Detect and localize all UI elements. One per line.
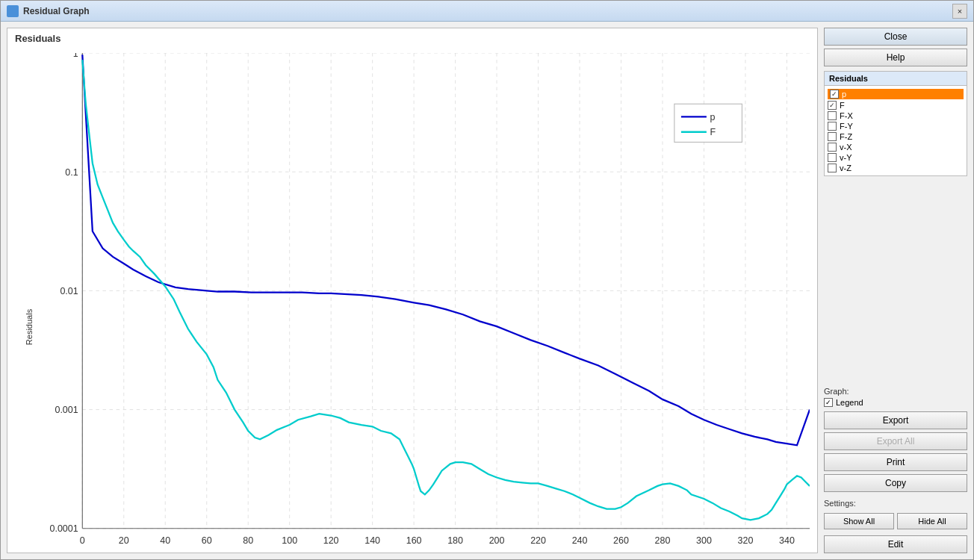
graph-panel: Residuals Residuals Iterations 1 0.1 0.0…: [7, 28, 818, 553]
svg-text:300: 300: [696, 535, 712, 546]
spacer: [824, 181, 973, 379]
svg-text:0.01: 0.01: [60, 286, 78, 296]
action-buttons: Export Export All Print Copy: [824, 411, 967, 492]
svg-text:120: 120: [323, 535, 339, 546]
print-button[interactable]: Print: [824, 453, 967, 471]
residual-checkbox-f[interactable]: [828, 101, 837, 110]
svg-text:p: p: [710, 112, 715, 122]
window-close-button[interactable]: ×: [952, 4, 967, 19]
residual-item-vy[interactable]: v-Y: [828, 153, 964, 162]
svg-text:0.1: 0.1: [65, 167, 78, 178]
svg-text:260: 260: [613, 535, 629, 546]
chart-svg: 1 0.1 0.01 0.001 0.0001 0 20: [49, 53, 810, 559]
svg-text:20: 20: [119, 535, 129, 546]
graph-title: Residuals: [7, 28, 817, 46]
svg-text:180: 180: [447, 535, 463, 546]
residual-label-p: p: [842, 90, 846, 99]
residual-label-fy: F-Y: [840, 122, 853, 131]
top-buttons: Close Help: [824, 28, 967, 66]
svg-text:140: 140: [365, 535, 380, 546]
svg-text:100: 100: [282, 535, 297, 546]
graph-section-label: Graph:: [824, 387, 967, 396]
residual-color-p: [852, 90, 961, 98]
residual-label-fx: F-X: [840, 111, 853, 120]
residual-checkbox-p[interactable]: [830, 90, 839, 99]
residual-label-fz: F-Z: [840, 132, 852, 141]
svg-text:240: 240: [572, 535, 588, 546]
residual-label-f: F: [840, 101, 845, 110]
svg-text:340: 340: [779, 535, 795, 546]
svg-text:0.0001: 0.0001: [50, 523, 78, 534]
residuals-list: p F F-X F-Y: [825, 86, 967, 175]
residual-label-vx: v-X: [840, 143, 852, 152]
residual-checkbox-fx[interactable]: [828, 111, 837, 120]
svg-text:1: 1: [73, 53, 78, 59]
close-button[interactable]: Close: [824, 28, 967, 46]
residual-label-vy: v-Y: [840, 153, 852, 162]
residual-item-fz[interactable]: F-Z: [828, 132, 964, 141]
svg-text:320: 320: [738, 535, 754, 546]
window-icon: [7, 5, 19, 17]
residual-item-p[interactable]: p: [828, 89, 964, 99]
hide-all-button[interactable]: Hide All: [897, 513, 967, 529]
legend-checkbox-row[interactable]: ✓ Legend: [824, 398, 967, 407]
svg-text:280: 280: [655, 535, 671, 546]
residual-label-vz: v-Z: [840, 164, 852, 172]
right-panel: Close Help Residuals p F: [824, 22, 973, 559]
residual-checkbox-vx[interactable]: [828, 143, 837, 152]
show-hide-row: Show All Hide All: [824, 513, 967, 529]
residual-checkbox-vy[interactable]: [828, 153, 837, 162]
legend-label: Legend: [836, 398, 863, 407]
svg-text:60: 60: [202, 535, 212, 546]
help-button[interactable]: Help: [824, 49, 967, 66]
residual-checkbox-vz[interactable]: [828, 164, 837, 172]
export-all-button[interactable]: Export All: [824, 432, 967, 450]
svg-rect-48: [674, 104, 742, 142]
export-button[interactable]: Export: [824, 411, 967, 429]
window-title: Residual Graph: [23, 6, 90, 16]
graph-container: Residuals Iterations 1 0.1 0.01 0.001 0.…: [7, 46, 817, 559]
copy-button[interactable]: Copy: [824, 474, 967, 492]
edit-section: Edit: [824, 535, 967, 553]
settings-label: Settings:: [824, 499, 856, 508]
residuals-section: Residuals p F F: [824, 71, 967, 176]
graph-settings: Graph: ✓ Legend: [824, 384, 967, 407]
residuals-panel-header: Residuals: [825, 72, 967, 86]
svg-text:220: 220: [530, 535, 546, 546]
svg-text:80: 80: [243, 535, 253, 546]
svg-text:0.001: 0.001: [55, 405, 78, 415]
residual-item-vx[interactable]: v-X: [828, 143, 964, 152]
residual-checkbox-fz[interactable]: [828, 132, 837, 141]
residual-item-fy[interactable]: F-Y: [828, 122, 964, 131]
residual-item-f[interactable]: F: [828, 101, 964, 110]
svg-text:F: F: [710, 127, 716, 137]
title-bar: Residual Graph ×: [1, 1, 973, 22]
svg-text:200: 200: [489, 535, 505, 546]
show-all-button[interactable]: Show All: [824, 513, 894, 529]
main-window: Residual Graph × Residuals Residuals Ite…: [0, 0, 974, 560]
svg-text:40: 40: [160, 535, 170, 546]
edit-button[interactable]: Edit: [824, 535, 967, 553]
content-area: Residuals Residuals Iterations 1 0.1 0.0…: [1, 22, 973, 559]
residual-item-vz[interactable]: v-Z: [828, 164, 964, 172]
svg-text:0: 0: [80, 535, 85, 546]
settings-section: Settings:: [824, 498, 967, 508]
y-axis-label: Residuals: [25, 309, 34, 345]
svg-text:160: 160: [406, 535, 422, 546]
legend-checkbox[interactable]: ✓: [824, 398, 833, 407]
residual-item-fx[interactable]: F-X: [828, 111, 964, 120]
residual-checkbox-fy[interactable]: [828, 122, 837, 131]
title-bar-left: Residual Graph: [7, 5, 90, 17]
